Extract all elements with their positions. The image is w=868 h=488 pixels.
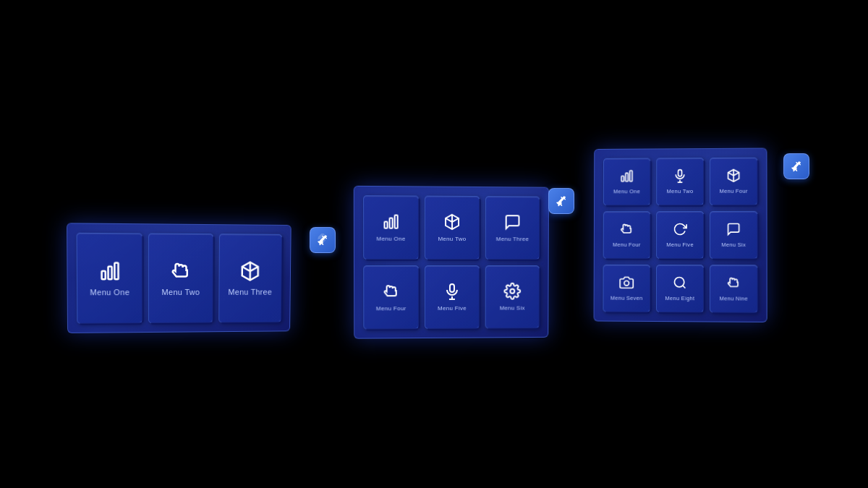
- pin-icon-3: [790, 160, 803, 173]
- menu-item-p3-6[interactable]: Menu Six: [710, 211, 757, 259]
- message-icon-p2-3: [504, 213, 522, 233]
- menu-label-p1-1: Menu One: [90, 288, 129, 296]
- pin-button-1[interactable]: [310, 227, 336, 253]
- menu-item-p3-8[interactable]: Menu Eight: [656, 265, 704, 312]
- menu-label-p3-1: Menu One: [613, 188, 640, 194]
- menu-label-p2-4: Menu Four: [376, 305, 407, 312]
- svg-point-13: [674, 278, 684, 287]
- mic-icon-p2-5: [443, 283, 461, 302]
- menu-item-p3-4b[interactable]: Menu Four: [603, 211, 651, 259]
- svg-rect-6: [450, 284, 454, 292]
- svg-rect-4: [390, 218, 393, 228]
- svg-rect-1: [108, 267, 111, 280]
- menu-label-p3-4b: Menu Four: [613, 241, 641, 248]
- hand-icon-p3-9: [726, 275, 741, 292]
- svg-point-12: [624, 281, 629, 286]
- pin-icon-1: [316, 234, 329, 247]
- panel-3: Menu One Menu Two Menu Four: [594, 148, 767, 322]
- bar-chart-icon-p2-1: [382, 213, 399, 232]
- menu-item-p2-2[interactable]: Menu Two: [425, 196, 480, 260]
- menu-label-p1-3: Menu Three: [228, 288, 272, 296]
- menu-item-p3-9[interactable]: Menu Nine: [710, 265, 758, 313]
- search-icon-p3-8: [673, 275, 687, 292]
- menu-label-p3-2: Menu Two: [667, 188, 694, 194]
- hand-icon-p3-4b: [619, 222, 634, 239]
- menu-item-p2-6[interactable]: Menu Six: [485, 265, 540, 329]
- svg-rect-5: [395, 215, 398, 228]
- menu-label-p2-1: Menu One: [376, 236, 405, 242]
- svg-rect-2: [114, 263, 118, 280]
- menu-item-p3-2[interactable]: Menu Two: [656, 158, 704, 205]
- svg-line-14: [683, 286, 686, 288]
- scene: Menu One Menu Two Menu Three: [0, 0, 868, 488]
- svg-rect-3: [384, 222, 387, 228]
- menu-item-p2-3[interactable]: Menu Three: [485, 196, 540, 260]
- menu-label-p3-7: Menu Seven: [610, 295, 643, 301]
- menu-label-p2-2: Menu Two: [438, 236, 466, 242]
- message-icon-p3-6: [726, 222, 741, 239]
- menu-item-p1-2[interactable]: Menu Two: [148, 233, 213, 323]
- hand-icon-p2-4: [383, 283, 400, 302]
- menu-label-p3-5: Menu Five: [666, 241, 694, 248]
- pin-icon-2: [555, 194, 568, 207]
- menu-item-p3-4a[interactable]: Menu Four: [710, 158, 757, 205]
- svg-rect-10: [630, 171, 632, 181]
- cube-icon-p3-4: [726, 168, 741, 185]
- menu-label-p1-2: Menu Two: [161, 288, 200, 296]
- menu-label-p3-4a: Menu Four: [720, 188, 748, 194]
- hand-icon: [170, 260, 192, 285]
- panel-1: Menu One Menu Two Menu Three: [67, 223, 292, 333]
- menu-item-p2-4[interactable]: Menu Four: [363, 265, 419, 330]
- menu-item-p2-5[interactable]: Menu Five: [425, 265, 480, 329]
- menu-item-p1-3[interactable]: Menu Three: [218, 234, 282, 322]
- menu-item-p3-7[interactable]: Menu Seven: [603, 265, 650, 312]
- pin-button-2[interactable]: [548, 188, 574, 214]
- menu-item-p3-5[interactable]: Menu Five: [656, 211, 704, 259]
- cube-icon: [239, 260, 261, 285]
- panel-2: Menu One Menu Two Menu Three: [354, 186, 549, 339]
- mic-icon-p3-2: [673, 168, 687, 185]
- menu-item-p1-1[interactable]: Menu One: [77, 233, 143, 324]
- svg-rect-8: [621, 176, 624, 181]
- menu-label-p3-6: Menu Six: [721, 241, 746, 248]
- svg-rect-11: [678, 170, 682, 176]
- menu-label-p2-6: Menu Six: [500, 305, 525, 312]
- cube-icon-p2-2: [443, 213, 461, 233]
- menu-item-p2-1[interactable]: Menu One: [363, 195, 419, 260]
- bar-chart-icon-p3-1: [620, 168, 634, 185]
- refresh-icon-p3-5: [673, 222, 687, 239]
- bar-chart-icon: [98, 260, 121, 285]
- menu-label-p3-9: Menu Nine: [720, 295, 748, 301]
- camera-icon-p3-7: [619, 275, 634, 292]
- svg-rect-9: [626, 173, 628, 181]
- menu-label-p3-8: Menu Eight: [665, 295, 694, 301]
- menu-label-p2-3: Menu Three: [496, 236, 529, 242]
- menu-item-p3-1[interactable]: Menu One: [603, 158, 650, 205]
- gear-icon-p2-6: [503, 283, 521, 302]
- menu-label-p2-5: Menu Five: [438, 305, 467, 312]
- svg-point-7: [510, 289, 514, 294]
- pin-button-3[interactable]: [783, 153, 809, 179]
- svg-rect-0: [101, 271, 105, 279]
